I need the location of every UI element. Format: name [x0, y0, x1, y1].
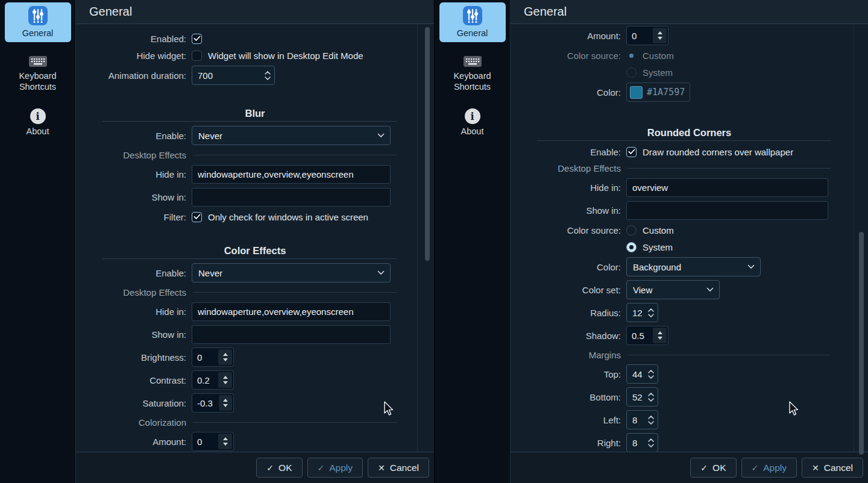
spin-down-icon — [223, 358, 228, 361]
margin-bottom-spinbox[interactable]: 52 — [626, 387, 658, 407]
ok-button[interactable]: ✓ OK — [690, 458, 736, 478]
ce-amount-spinbox[interactable]: 0 — [192, 432, 234, 451]
rc-enable-text: Draw rounded corners over wallpaper — [643, 147, 793, 157]
rc-show-in-input[interactable] — [626, 201, 828, 220]
sliders-app-icon — [28, 5, 48, 26]
separator-line — [193, 155, 397, 155]
check-icon: ✓ — [266, 463, 274, 473]
margin-top-spinbox[interactable]: 44 — [626, 364, 658, 384]
sidebar-item-general[interactable]: General — [439, 2, 506, 42]
sidebar-item-keyboard-shortcuts[interactable]: Keyboard Shortcuts — [439, 49, 506, 96]
ce-enable-dropdown[interactable]: Never — [192, 263, 391, 282]
rc-color-dropdown[interactable]: Background — [626, 257, 761, 276]
system-radio-label: System — [643, 67, 673, 78]
content-area: General Enabled: Hide widget: Widget wil… — [76, 0, 434, 483]
blur-show-in-label: Show in: — [76, 192, 192, 202]
scrollbar-thumb[interactable] — [859, 232, 864, 455]
content-area: General Amount: 0 Color source: Custom S… — [511, 0, 868, 483]
check-icon: ✓ — [700, 463, 708, 473]
rc-custom-radio-label: Custom — [643, 225, 674, 235]
separator-line — [193, 422, 397, 423]
sidebar-item-label: General — [457, 28, 488, 39]
blur-enable-dropdown[interactable]: Never — [192, 126, 391, 145]
blur-show-in-input[interactable] — [192, 188, 391, 207]
contrast-spinbox[interactable]: 0.2 — [192, 370, 234, 390]
sidebar-item-label: About — [461, 126, 484, 137]
animation-duration-spinbox[interactable]: 700 — [192, 66, 275, 85]
custom-radio-label: Custom — [643, 51, 674, 61]
margins-label: Margins — [511, 350, 626, 360]
system-radio[interactable] — [626, 67, 637, 78]
blur-hide-in-input[interactable] — [192, 165, 391, 184]
spin-down-icon — [648, 444, 654, 447]
rc-custom-radio[interactable] — [626, 225, 637, 235]
margin-right-spinbox[interactable]: 8 — [626, 433, 658, 452]
brightness-spinbox[interactable]: 0 — [192, 347, 234, 367]
hide-widget-checkbox[interactable] — [192, 51, 202, 61]
ce-enable-value: Never — [198, 268, 222, 278]
sidebar-item-general[interactable]: General — [5, 2, 71, 42]
margin-left-spinbox[interactable]: 8 — [626, 410, 658, 429]
shadow-label: Shadow: — [511, 331, 626, 341]
close-icon: ✕ — [812, 463, 819, 473]
margin-top-value: 44 — [632, 369, 643, 379]
section-header-color-effects: Color Effects — [76, 241, 434, 257]
brightness-value: 0 — [192, 348, 217, 366]
blur-enable-value: Never — [198, 131, 222, 141]
sidebar: General Keyboard Shortcuts i About — [435, 0, 511, 483]
separator-line — [193, 292, 397, 293]
separator-line — [627, 355, 831, 355]
keyboard-icon — [463, 54, 482, 69]
animation-duration-value: 700 — [198, 70, 213, 81]
color-label: Color: — [511, 87, 626, 98]
custom-radio[interactable] — [626, 51, 637, 61]
sidebar-item-label: Keyboard Shortcuts — [441, 70, 505, 92]
ce-amount-value: 0 — [192, 432, 217, 450]
check-icon: ✓ — [752, 463, 759, 473]
rc-color-set-dropdown[interactable]: View — [626, 280, 720, 299]
info-icon: i — [465, 108, 480, 124]
spin-up-icon — [648, 308, 654, 312]
rc-system-radio[interactable] — [626, 242, 637, 252]
hide-widget-label: Hide widget: — [76, 51, 192, 61]
spin-down-icon — [223, 443, 228, 446]
apply-button[interactable]: ✓ Apply — [741, 458, 797, 478]
rc-color-set-label: Color set: — [511, 285, 626, 295]
dialog-right: General Keyboard Shortcuts i About — [434, 0, 868, 483]
shadow-spinbox[interactable]: 0.5 — [626, 326, 668, 345]
scrollbar-thumb[interactable] — [425, 27, 430, 261]
rc-hide-in-input[interactable] — [626, 178, 828, 197]
sidebar-item-keyboard-shortcuts[interactable]: Keyboard Shortcuts — [5, 49, 71, 96]
ce-show-in-input[interactable] — [192, 325, 391, 344]
hide-widget-text: Widget will show in Desktop Edit Mode — [208, 51, 363, 61]
spin-up-icon — [658, 331, 662, 334]
saturation-spinbox[interactable]: -0.3 — [192, 393, 234, 413]
margin-bottom-label: Bottom: — [511, 392, 626, 402]
spin-down-icon — [223, 381, 228, 384]
spin-up-icon — [658, 31, 662, 34]
apply-button[interactable]: ✓ Apply — [307, 458, 363, 478]
amount-spinbox[interactable]: 0 — [626, 26, 668, 45]
rc-enable-checkbox[interactable] — [626, 147, 637, 157]
blur-filter-label: Filter: — [76, 212, 192, 222]
scroll-frame-border — [854, 24, 854, 452]
page-header: General — [76, 0, 434, 24]
blur-filter-checkbox[interactable] — [192, 212, 202, 222]
page-title: General — [89, 5, 132, 19]
section-divider — [102, 258, 397, 259]
rc-enable-label: Enable: — [511, 147, 626, 157]
enabled-checkbox[interactable] — [192, 34, 202, 44]
sidebar-item-about[interactable]: i About — [439, 104, 506, 140]
rc-color-set-value: View — [633, 285, 652, 295]
spin-down-icon — [648, 421, 654, 425]
ce-hide-in-input[interactable] — [192, 302, 391, 321]
cancel-button[interactable]: ✕ Cancel — [368, 458, 429, 478]
ok-button[interactable]: ✓ OK — [256, 458, 302, 478]
cancel-button[interactable]: ✕ Cancel — [802, 458, 863, 478]
color-picker-button[interactable]: #1A7597 — [626, 83, 690, 102]
rc-system-radio-label: System — [643, 242, 673, 252]
sidebar-item-about[interactable]: i About — [5, 104, 71, 140]
amount-value: 0 — [627, 26, 652, 45]
radius-spinbox[interactable]: 12 — [626, 303, 658, 322]
rc-show-in-label: Show in: — [511, 205, 626, 216]
